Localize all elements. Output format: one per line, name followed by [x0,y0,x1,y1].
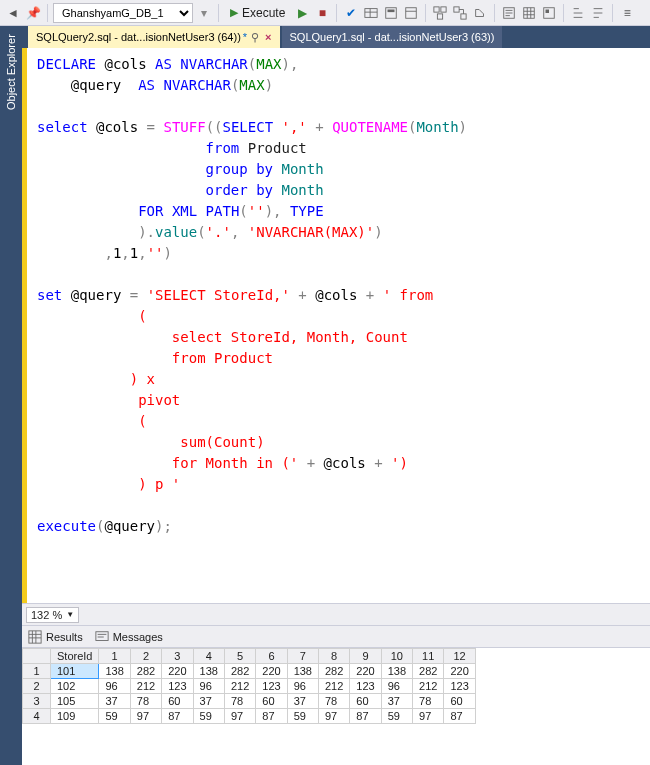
cell[interactable]: 123 [444,679,475,694]
debug-icon[interactable]: ▶ [293,4,311,22]
cell[interactable]: 78 [130,694,161,709]
column-header[interactable]: 1 [99,649,130,664]
pin-icon[interactable]: ⚲ [251,31,259,44]
cell[interactable]: 78 [413,694,444,709]
cell[interactable]: 97 [318,709,349,724]
column-header[interactable]: 11 [413,649,444,664]
object-explorer-tab[interactable]: Object Explorer [0,26,22,765]
client-stats-icon[interactable] [471,4,489,22]
messages-tab[interactable]: Messages [95,630,163,644]
column-header[interactable]: 6 [256,649,287,664]
execute-button[interactable]: ▶ Execute [224,3,291,23]
cell[interactable]: 123 [162,679,193,694]
row-number[interactable]: 2 [23,679,51,694]
table-row[interactable]: 3105377860377860377860377860 [23,694,476,709]
column-header[interactable]: StoreId [51,649,99,664]
table-row[interactable]: 1101138282220138282220138282220138282220 [23,664,476,679]
cell[interactable]: 282 [130,664,161,679]
column-header[interactable]: 4 [193,649,224,664]
column-header[interactable]: 2 [130,649,161,664]
zoom-selector[interactable]: 132 % ▼ [26,607,79,623]
cell[interactable]: 123 [350,679,381,694]
cell[interactable]: 87 [350,709,381,724]
indent-icon[interactable]: ≡ [618,4,636,22]
column-header[interactable]: 10 [381,649,412,664]
cell[interactable]: 102 [51,679,99,694]
cell[interactable]: 60 [444,694,475,709]
column-header[interactable]: 8 [318,649,349,664]
cell[interactable]: 96 [193,679,224,694]
cell[interactable]: 59 [99,709,130,724]
dropdown-icon[interactable]: ▾ [195,4,213,22]
cell[interactable]: 101 [51,664,99,679]
results-file-icon[interactable] [540,4,558,22]
cell[interactable]: 105 [51,694,99,709]
row-number[interactable]: 3 [23,694,51,709]
tab-sqlquery2[interactable]: SQLQuery2.sql - dat...isionNetUser3 (64)… [28,26,280,48]
cell[interactable]: 96 [287,679,318,694]
est-plan-icon[interactable] [362,4,380,22]
cell[interactable]: 212 [318,679,349,694]
cell[interactable]: 37 [99,694,130,709]
uncomment-icon[interactable] [589,4,607,22]
cell[interactable]: 109 [51,709,99,724]
cell[interactable]: 37 [287,694,318,709]
cell[interactable]: 59 [287,709,318,724]
column-header[interactable]: 9 [350,649,381,664]
cell[interactable]: 282 [413,664,444,679]
cell[interactable]: 220 [256,664,287,679]
table-row[interactable]: 210296212123962121239621212396212123 [23,679,476,694]
database-selector[interactable]: GhanshyamG_DB_1 [53,3,193,23]
cell[interactable]: 212 [413,679,444,694]
results-grid-icon[interactable] [520,4,538,22]
cell[interactable]: 37 [193,694,224,709]
cell[interactable]: 59 [193,709,224,724]
cell[interactable]: 220 [162,664,193,679]
column-header[interactable]: 5 [224,649,255,664]
cell[interactable]: 123 [256,679,287,694]
column-header[interactable]: 7 [287,649,318,664]
cell[interactable]: 87 [444,709,475,724]
cell[interactable]: 138 [193,664,224,679]
cell[interactable]: 87 [256,709,287,724]
cell[interactable]: 97 [224,709,255,724]
cell[interactable]: 97 [130,709,161,724]
results-text-icon[interactable] [500,4,518,22]
sql-editor[interactable]: DECLARE @cols AS NVARCHAR(MAX), @query A… [22,48,650,603]
cell[interactable]: 37 [381,694,412,709]
parse-icon[interactable]: ✔ [342,4,360,22]
cell[interactable]: 212 [130,679,161,694]
cell[interactable]: 96 [99,679,130,694]
cell[interactable]: 220 [350,664,381,679]
results-tab[interactable]: Results [28,630,83,644]
cell[interactable]: 60 [162,694,193,709]
live-stats-icon[interactable] [451,4,469,22]
cell[interactable]: 78 [224,694,255,709]
cell[interactable]: 78 [318,694,349,709]
cell[interactable]: 96 [381,679,412,694]
intellisense-icon[interactable] [402,4,420,22]
table-row[interactable]: 4109599787599787599787599787 [23,709,476,724]
stop-icon[interactable]: ■ [313,4,331,22]
cell[interactable]: 212 [224,679,255,694]
row-number[interactable]: 1 [23,664,51,679]
results-grid-container[interactable]: StoreId123456789101112 11011382822201382… [22,647,650,765]
cell[interactable]: 60 [256,694,287,709]
cell[interactable]: 138 [381,664,412,679]
actual-plan-icon[interactable] [431,4,449,22]
nav-back-icon[interactable]: ◄ [4,4,22,22]
cell[interactable]: 60 [350,694,381,709]
close-icon[interactable]: × [265,31,271,43]
cell[interactable]: 97 [413,709,444,724]
query-options-icon[interactable] [382,4,400,22]
nav-pin-icon[interactable]: 📌 [24,4,42,22]
cell[interactable]: 282 [224,664,255,679]
cell[interactable]: 138 [287,664,318,679]
cell[interactable]: 59 [381,709,412,724]
cell[interactable]: 220 [444,664,475,679]
tab-sqlquery1[interactable]: SQLQuery1.sql - dat...isionNetUser3 (63)… [282,26,503,48]
column-header[interactable]: 12 [444,649,475,664]
cell[interactable]: 138 [99,664,130,679]
column-header[interactable]: 3 [162,649,193,664]
row-number[interactable]: 4 [23,709,51,724]
